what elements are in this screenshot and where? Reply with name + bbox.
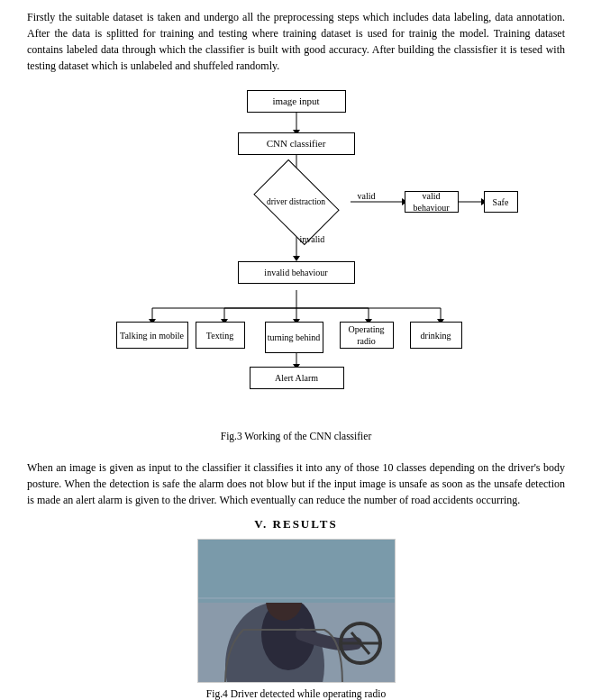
invalid-label: invalid xyxy=(300,234,325,244)
flowchart-diagram: image input CNN classifier driver distra… xyxy=(27,83,565,450)
fig4-caption: Fig.4 Driver detected while operating ra… xyxy=(206,688,386,699)
texting-box: Texting xyxy=(196,322,245,349)
alert-alarm-box: Alert Alarm xyxy=(250,367,344,389)
paragraph2: When an image is given as input to the c… xyxy=(27,459,565,508)
valid-behaviour-box: valid behaviour xyxy=(405,191,459,213)
talking-box: Talking in mobile xyxy=(116,322,188,349)
safe-box: Safe xyxy=(484,191,518,213)
results-image-container: Radio Fig.4 xyxy=(27,539,565,700)
results-image: Radio xyxy=(197,539,396,683)
section-title: V. RESULTS xyxy=(27,517,565,532)
flow-wrap: image input CNN classifier driver distra… xyxy=(71,83,522,425)
svg-rect-36 xyxy=(198,540,396,603)
invalid-behaviour-box: invalid behaviour xyxy=(238,261,355,284)
driver-distraction-diamond: driver distraction xyxy=(260,177,332,227)
fig3-caption: Fig.3 Working of the CNN classifier xyxy=(221,431,372,441)
operating-box: Operating radio xyxy=(340,322,394,349)
drinking-box: drinking xyxy=(410,322,462,349)
turning-box: turning behind xyxy=(265,322,323,353)
image-input-box: image input xyxy=(247,90,346,113)
paragraph1: Firstly the suitable dataset is taken an… xyxy=(27,9,565,74)
valid-label: valid xyxy=(358,191,376,201)
cnn-classifier-box: CNN classifier xyxy=(238,132,355,155)
